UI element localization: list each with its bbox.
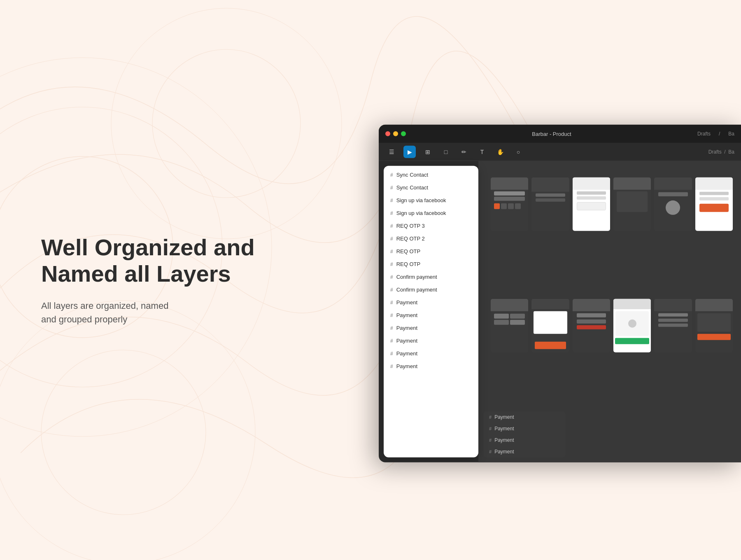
canvas-frame-9 [573,299,610,352]
main-heading: Well Organized and Named all Layers [41,234,255,287]
layer-name-6: REQ OTP 2 [396,236,425,242]
hash-icon-11: # [390,299,393,305]
hash-icon-9: # [390,274,393,280]
dark-hash-1: # [489,415,492,420]
dark-hash-2: # [489,426,492,431]
layer-name-7: REQ OTP [396,248,421,254]
layer-name-3: Sign up via facebook [396,197,446,203]
layer-item-payment-6[interactable]: # Payment [384,360,478,373]
drafts-label: Drafts [708,149,722,154]
canvas-frame-12 [695,299,733,352]
canvas-frame-6 [695,177,733,231]
layer-item-payment-5[interactable]: # Payment [384,347,478,360]
shape-tool[interactable]: □ [440,145,452,158]
menu-tool[interactable]: ☰ [385,145,398,158]
hash-icon-5: # [390,223,393,229]
canvas-frame-8 [531,299,569,352]
layer-item-payment-4[interactable]: # Payment [384,334,478,347]
design-window: Barbar - Product Drafts / Ba ☰ ▶ ⊞ □ ✏ T… [379,125,741,462]
canvas-frame-10 [613,299,651,352]
hash-icon-10: # [390,287,393,292]
comment-tool[interactable]: ○ [512,145,524,158]
dark-layer-4[interactable]: # Payment [483,446,566,457]
dark-layer-1[interactable]: # Payment [483,411,566,423]
layer-name-4: Sign up via facebook [396,210,446,216]
breadcrumb-drafts: Drafts [697,131,711,137]
layer-item-confirm-payment-2[interactable]: # Confirm payment [384,283,478,296]
dark-layer-3[interactable]: # Payment [483,434,566,446]
layer-name-2: Sync Contact [396,184,428,191]
ba-label: Ba [728,149,734,154]
canvas-frame-2 [531,177,569,231]
dark-hash-4: # [489,449,492,454]
app-title: Barbar - Product [532,131,571,137]
breadcrumb-separator: / [719,131,720,137]
layer-name-10: Confirm payment [396,287,437,293]
layer-name-8: REQ OTP [396,261,421,267]
hash-icon-7: # [390,248,393,254]
layers-list: # Sync Contact # Sync Contact # Sign up … [384,166,478,375]
dark-layer-name-1: Payment [494,414,514,420]
layer-item-req-otp-dup[interactable]: # REQ OTP [384,258,478,271]
hash-icon-3: # [390,197,393,203]
layer-name-5: REQ OTP 3 [396,223,425,229]
title-bar: Barbar - Product Drafts / Ba [379,125,741,143]
layer-item-sync-contact-2[interactable]: # Sync Contact [384,181,478,194]
hash-icon-6: # [390,236,393,241]
dark-layer-name-2: Payment [494,426,514,432]
layer-item-confirm-payment-1[interactable]: # Confirm payment [384,271,478,283]
dark-layer-name-4: Payment [494,449,514,455]
layer-item-req-otp-1[interactable]: # REQ OTP [384,245,478,258]
pen-tool[interactable]: ✏ [458,145,470,158]
layer-item-sync-contact-1[interactable]: # Sync Contact [384,168,478,181]
hash-icon-12: # [390,312,393,318]
svg-point-4 [111,8,342,239]
hash-icon-4: # [390,210,393,216]
layer-item-payment-1[interactable]: # Payment [384,296,478,309]
close-button[interactable] [385,131,390,136]
hash-icon-15: # [390,350,393,356]
hash-icon-16: # [390,363,393,369]
canvas-frame-5 [654,177,692,231]
frame-tool[interactable]: ⊞ [422,145,434,158]
layers-panel: # Sync Contact # Sync Contact # Sign up … [384,166,478,457]
layer-name-9: Confirm payment [396,274,437,280]
layer-item-facebook-2[interactable]: # Sign up via facebook [384,207,478,219]
layer-name-12: Payment [396,312,417,318]
canvas-frame-3 [573,177,610,231]
canvas-area: # Payment # Payment # Payment # Payment [478,161,741,462]
svg-point-6 [0,301,255,560]
title-bar-right: Drafts / Ba [697,131,734,137]
svg-point-5 [41,350,206,515]
svg-point-3 [152,49,301,198]
dark-layer-name-3: Payment [494,437,514,443]
layer-item-req-otp-2[interactable]: # REQ OTP 2 [384,232,478,245]
layer-item-req-otp-3[interactable]: # REQ OTP 3 [384,219,478,232]
layer-item-payment-2[interactable]: # Payment [384,309,478,322]
hash-icon-8: # [390,261,393,267]
hand-tool[interactable]: ✋ [494,145,506,158]
layer-item-facebook-1[interactable]: # Sign up via facebook [384,194,478,207]
layer-name-15: Payment [396,350,417,357]
minimize-button[interactable] [393,131,398,136]
layer-name-13: Payment [396,325,417,331]
layer-name-11: Payment [396,299,417,306]
left-panel: Well Organized and Named all Layers All … [41,234,255,326]
dark-layer-2[interactable]: # Payment [483,423,566,434]
hash-icon-14: # [390,338,393,343]
layer-name-1: Sync Contact [396,172,428,178]
canvas-frame-11 [654,299,692,352]
breadcrumb-ba: Ba [728,131,734,137]
hash-icon-2: # [390,184,393,190]
maximize-button[interactable] [401,131,406,136]
toolbar: ☰ ▶ ⊞ □ ✏ T ✋ ○ Drafts / Ba [379,143,741,161]
text-tool[interactable]: T [476,145,488,158]
dark-hash-3: # [489,438,492,443]
pointer-tool[interactable]: ▶ [403,145,416,158]
layer-name-16: Payment [396,363,417,369]
traffic-lights [385,131,406,136]
layer-name-14: Payment [396,338,417,344]
hash-icon-13: # [390,325,393,331]
layer-item-payment-3[interactable]: # Payment [384,322,478,334]
title-bar-center: Barbar - Product [411,131,692,137]
